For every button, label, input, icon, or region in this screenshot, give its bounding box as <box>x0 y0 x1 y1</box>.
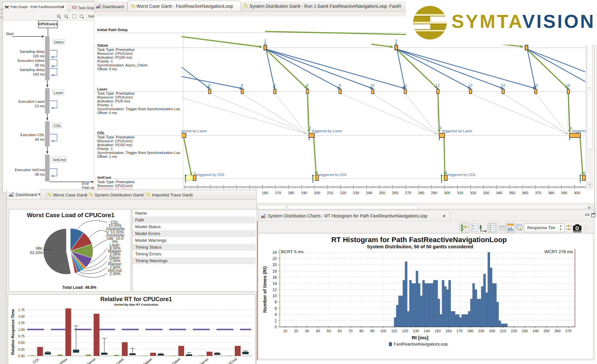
svg-text:16: 16 <box>566 83 570 88</box>
svg-text:JoystickNav: JoystickNav <box>51 357 68 364</box>
svg-text:Odom: Odom <box>171 357 181 364</box>
svg-text:200: 200 <box>489 329 495 333</box>
svg-text:10: 10 <box>370 83 375 88</box>
svg-text:triggered by CDL: triggered by CDL <box>319 172 347 177</box>
svg-text:15: 15 <box>533 83 538 88</box>
svg-text:400: 400 <box>574 191 580 195</box>
svg-text:34 ms: 34 ms <box>35 137 45 141</box>
svg-text:9: 9 <box>339 83 341 88</box>
svg-text:220: 220 <box>511 329 517 333</box>
svg-text:triggered: triggered <box>572 129 586 133</box>
svg-text:Laser: Laser <box>54 91 63 95</box>
svg-text:170: 170 <box>456 329 462 333</box>
svg-text:Total Load: 46.8%: Total Load: 46.8% <box>62 285 96 290</box>
svg-text:270: 270 <box>565 329 571 333</box>
svg-text:3: 3 <box>395 39 397 43</box>
svg-text:230: 230 <box>353 191 359 195</box>
svg-text:triggered by Laser: triggered by Laser <box>312 129 342 133</box>
svg-text:4: 4 <box>275 312 277 317</box>
svg-text:Relative Response Time: Relative Response Time <box>11 309 15 355</box>
svg-text:triggered by Laser: triggered by Laser <box>181 129 207 133</box>
svg-text:0.50: 0.50 <box>18 341 25 345</box>
svg-text:Rt [ms]: Rt [ms] <box>412 335 428 340</box>
svg-text:100: 100 <box>380 329 386 333</box>
svg-text:2: 2 <box>309 126 311 130</box>
svg-text:0.00: 0.00 <box>18 354 25 358</box>
svg-text:50: 50 <box>327 329 331 333</box>
svg-text:Execution Laser: Execution Laser <box>18 100 45 103</box>
svg-text:Idle:: Idle: <box>36 246 43 251</box>
svg-text:280: 280 <box>418 191 424 195</box>
svg-text:triggered by Laser: triggered by Laser <box>442 129 473 133</box>
svg-text:8: 8 <box>275 300 277 304</box>
svg-text:220: 220 <box>340 191 346 195</box>
svg-text:Sampling delay: Sampling delay <box>20 68 45 72</box>
svg-text:160: 160 <box>446 329 452 333</box>
svg-text:Sorted By Max RT Constraints: Sorted By Max RT Constraints <box>114 303 158 306</box>
svg-text:210: 210 <box>327 191 333 195</box>
svg-text:Mapper: Mapper <box>141 357 153 364</box>
svg-text:CPUCore1: CPUCore1 <box>39 22 58 26</box>
svg-text:310: 310 <box>457 191 463 195</box>
svg-text:70: 70 <box>348 329 353 333</box>
svg-text:120: 120 <box>402 329 408 333</box>
svg-text:1.25: 1.25 <box>18 321 25 325</box>
svg-text:6: 6 <box>241 83 243 88</box>
svg-text:1: 1 <box>194 171 196 175</box>
svg-text:2: 2 <box>264 39 266 43</box>
svg-text:JoystickServer: JoystickServer <box>76 357 97 364</box>
svg-text:18: 18 <box>273 269 277 274</box>
svg-text:100 ms: 100 ms <box>33 72 45 76</box>
svg-text:30: 30 <box>305 329 309 333</box>
svg-text:38 ms: 38 ms <box>35 172 45 176</box>
svg-text:triggered by CDL: triggered by CDL <box>196 172 225 177</box>
svg-text:10: 10 <box>273 294 277 298</box>
svg-text:11: 11 <box>403 83 407 88</box>
svg-text:250: 250 <box>544 329 550 333</box>
svg-text:290: 290 <box>431 191 437 195</box>
svg-text:260: 260 <box>555 329 561 333</box>
svg-text:Sampling delay: Sampling delay <box>20 50 45 53</box>
svg-text:8: 8 <box>306 83 308 88</box>
svg-text:14: 14 <box>501 83 505 88</box>
svg-text:1.75: 1.75 <box>18 308 25 312</box>
svg-text:3: 3 <box>439 126 441 130</box>
svg-text:Execution VelCmd: Execution VelCmd <box>15 168 45 172</box>
svg-text:CDL: CDL <box>32 357 40 364</box>
svg-text:300: 300 <box>444 191 450 195</box>
svg-text:0.25: 0.25 <box>18 348 25 351</box>
svg-text:13 ms: 13 ms <box>35 104 45 108</box>
svg-text:40: 40 <box>316 329 320 333</box>
svg-text:Relative RT for CPUCore1: Relative RT for CPUCore1 <box>100 296 172 302</box>
svg-text:Planner: Planner <box>197 357 210 364</box>
svg-text:Execution Odom: Execution Odom <box>18 59 45 63</box>
svg-text:7: 7 <box>274 83 276 88</box>
svg-text:150: 150 <box>435 329 441 333</box>
svg-text:210: 210 <box>500 329 506 333</box>
svg-text:End: End <box>82 182 88 185</box>
svg-text:0: 0 <box>275 325 277 329</box>
svg-text:System Distribution, 50 of 50: System Distribution, 50 of 50 gantts con… <box>367 244 473 249</box>
svg-text:14: 14 <box>273 281 277 286</box>
svg-text:12: 12 <box>435 83 440 88</box>
svg-text:200: 200 <box>314 191 320 195</box>
svg-text:Execution CDL: Execution CDL <box>20 133 45 137</box>
svg-text:Path del: Path del <box>82 186 95 190</box>
svg-text:12: 12 <box>273 288 277 292</box>
svg-text:130: 130 <box>413 329 419 333</box>
svg-text:Number of times (Rt): Number of times (Rt) <box>262 266 267 313</box>
svg-text:5: 5 <box>208 83 211 88</box>
svg-text:320: 320 <box>470 191 476 195</box>
svg-text:390: 390 <box>561 191 567 195</box>
svg-text:CDL: CDL <box>54 124 61 128</box>
svg-text:230: 230 <box>522 329 528 333</box>
svg-text:270: 270 <box>405 191 411 195</box>
svg-text:250: 250 <box>379 191 385 195</box>
svg-text:20: 20 <box>294 329 298 333</box>
svg-text:330: 330 <box>483 191 489 195</box>
svg-text:RT Histogram for Path FastReac: RT Histogram for Path FastReactiveNaviga… <box>331 236 507 244</box>
svg-text:240: 240 <box>366 191 372 195</box>
svg-text:WCRT 276 ms: WCRT 276 ms <box>544 249 573 254</box>
svg-text:3: 3 <box>445 171 447 175</box>
svg-text:VelCmd: VelCmd <box>225 357 238 364</box>
